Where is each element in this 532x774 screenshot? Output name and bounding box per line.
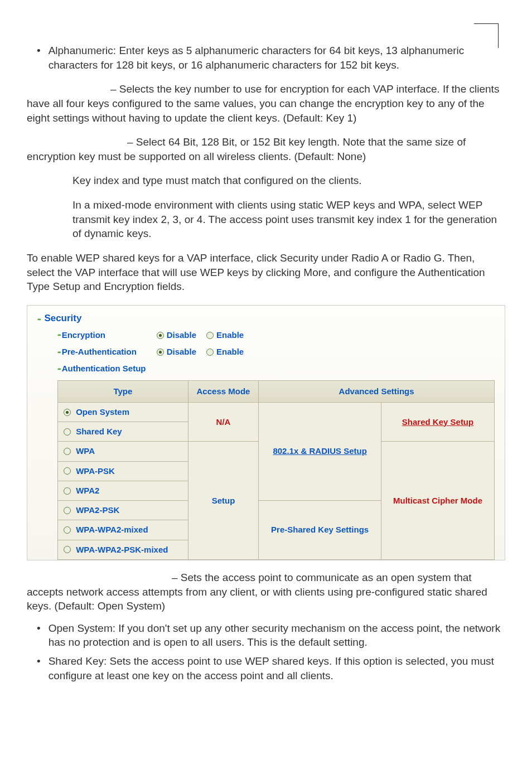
preauth-enable-radio[interactable]: Enable xyxy=(206,346,244,357)
type-wpa-wpa2-mixed[interactable]: WPA-WPA2-mixed xyxy=(58,520,188,539)
paragraph-key-match: Key index and type must match that confi… xyxy=(27,173,505,188)
multicast-label: Multicast Cipher Mode xyxy=(393,496,482,505)
security-screenshot: ▪▪▪ Security ▪▪▪ Encryption Disable Enab… xyxy=(27,305,505,560)
list-item: Shared Key: Sets the access point to use… xyxy=(27,654,505,683)
paragraph-key-length: – Select 64 Bit, 128 Bit, or 152 Bit key… xyxy=(27,135,505,163)
type-label: WPA2 xyxy=(76,485,99,496)
type-label: Open System xyxy=(76,407,129,418)
radio-icon xyxy=(206,332,214,339)
text: – Selects the key number to use for encr… xyxy=(27,83,499,123)
radio-icon xyxy=(64,487,71,495)
type-label: Shared Key xyxy=(76,426,122,437)
paragraph-mixed-mode: In a mixed-mode environment with clients… xyxy=(27,198,505,241)
preauth-row: ▪▪▪ Pre-Authentication Disable Enable xyxy=(57,346,495,357)
psk-settings-cell: Pre-Shared Key Settings xyxy=(259,501,381,560)
dots-icon: ▪▪▪ xyxy=(57,331,60,339)
encryption-enable-radio[interactable]: Enable xyxy=(206,330,244,341)
bullet-list-2: Open System: If you don't set up any oth… xyxy=(27,621,505,683)
type-wpa[interactable]: WPA xyxy=(58,442,188,461)
type-wpa-psk[interactable]: WPA-PSK xyxy=(58,461,188,481)
psk-settings-label: Pre-Shared Key Settings xyxy=(271,525,369,534)
radius-setup-cell: 802.1x & RADIUS Setup xyxy=(259,402,381,500)
th-advanced: Advanced Settings xyxy=(259,380,495,402)
type-shared-key[interactable]: Shared Key xyxy=(58,422,188,441)
paragraph-key-number: – Selects the key number to use for encr… xyxy=(27,82,505,125)
paragraph-after-screenshot: – Sets the access point to communicate a… xyxy=(27,570,505,613)
text: – Sets the access point to communicate a… xyxy=(27,572,487,612)
bullet-text: Shared Key: Sets the access point to use… xyxy=(49,654,505,683)
list-item: Alphanumeric: Enter keys as 5 alphanumer… xyxy=(27,43,505,72)
shared-key-setup-cell: Shared Key Setup xyxy=(381,402,495,442)
radio-icon xyxy=(157,349,164,356)
multicast-cell: Multicast Cipher Mode xyxy=(381,442,495,560)
radio-label: Disable xyxy=(167,346,196,357)
th-access: Access Mode xyxy=(188,380,259,402)
preauth-label: Pre-Authentication xyxy=(62,346,157,357)
type-wpa2-psk[interactable]: WPA2-PSK xyxy=(58,501,188,520)
bullet-list-1: Alphanumeric: Enter keys as 5 alphanumer… xyxy=(27,43,505,72)
radio-icon xyxy=(64,546,71,553)
type-wpa2[interactable]: WPA2 xyxy=(58,481,188,500)
radio-icon xyxy=(206,349,214,356)
list-item: Open System: If you don't set up any oth… xyxy=(27,621,505,650)
radius-setup-link[interactable]: 802.1x & RADIUS Setup xyxy=(273,446,366,456)
encryption-disable-radio[interactable]: Disable xyxy=(157,330,196,341)
radio-icon xyxy=(64,526,71,534)
type-label: WPA-WPA2-mixed xyxy=(76,524,148,535)
paragraph-enable-wep: To enable WEP shared keys for a VAP inte… xyxy=(27,251,505,294)
bullet-text: Alphanumeric: Enter keys as 5 alphanumer… xyxy=(49,43,505,72)
radio-icon xyxy=(64,428,71,436)
type-open-system[interactable]: Open System xyxy=(58,403,188,422)
th-type: Type xyxy=(58,380,188,402)
type-wpa-wpa2-psk-mixed[interactable]: WPA-WPA2-PSK-mixed xyxy=(58,540,188,559)
auth-setup-label: Authentication Setup xyxy=(62,363,146,374)
table-header-row: Type Access Mode Advanced Settings xyxy=(58,380,495,402)
access-setup-cell: Setup xyxy=(188,442,259,560)
type-label: WPA2-PSK xyxy=(76,505,119,516)
radio-icon xyxy=(64,467,71,475)
security-heading: ▪▪▪ Security xyxy=(37,312,495,325)
preauth-disable-radio[interactable]: Disable xyxy=(157,346,196,357)
radio-icon xyxy=(64,409,71,416)
heading-text: Security xyxy=(44,313,81,323)
radio-icon xyxy=(64,507,71,514)
shared-key-setup-link[interactable]: Shared Key Setup xyxy=(402,417,473,427)
dots-icon: ▪▪▪ xyxy=(37,316,40,322)
bullet-text: Open System: If you don't set up any oth… xyxy=(49,621,505,650)
dots-icon: ▪▪▪ xyxy=(57,365,60,373)
setup-link[interactable]: Setup xyxy=(212,496,235,505)
authentication-table: Type Access Mode Advanced Settings Open … xyxy=(57,380,495,560)
type-label: WPA-WPA2-PSK-mixed xyxy=(76,544,168,555)
table-row: Open System Shared Key N/A 802.1x & RADI… xyxy=(58,402,495,442)
radio-label: Enable xyxy=(216,346,244,357)
radio-icon xyxy=(64,448,71,455)
page-corner-mark xyxy=(474,23,499,48)
type-label: WPA-PSK xyxy=(76,466,115,477)
dots-icon: ▪▪▪ xyxy=(57,349,60,356)
type-label: WPA xyxy=(76,446,95,457)
encryption-label: Encryption xyxy=(62,330,157,341)
radio-label: Disable xyxy=(167,330,196,341)
encryption-row: ▪▪▪ Encryption Disable Enable xyxy=(57,330,495,341)
auth-setup-heading: ▪▪▪ Authentication Setup xyxy=(57,363,495,374)
radio-label: Enable xyxy=(216,330,244,341)
radio-icon xyxy=(157,332,164,339)
access-na: N/A xyxy=(188,402,259,442)
text: – Select 64 Bit, 128 Bit, or 152 Bit key… xyxy=(27,136,466,162)
na-text: N/A xyxy=(216,417,231,427)
